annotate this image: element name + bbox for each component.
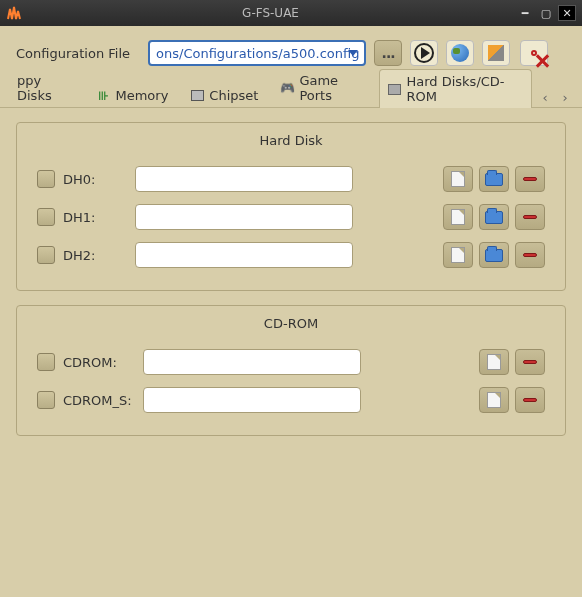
cdrom-s-checkbox[interactable] xyxy=(37,391,55,409)
gamepad-icon: 🎮 xyxy=(280,81,294,95)
hard-disk-section: Hard Disk DH0: DH1: xyxy=(16,122,566,291)
web-button[interactable] xyxy=(446,40,474,66)
file-icon xyxy=(487,392,501,408)
dh1-remove-button[interactable] xyxy=(515,204,545,230)
memory-icon: ⊪ xyxy=(96,89,110,103)
file-icon xyxy=(487,354,501,370)
dh2-remove-button[interactable] xyxy=(515,242,545,268)
browse-button[interactable]: ... xyxy=(374,40,402,66)
tab-game-ports[interactable]: 🎮Game Ports xyxy=(271,68,375,107)
hard-disk-title: Hard Disk xyxy=(17,133,565,148)
dh0-remove-button[interactable] xyxy=(515,166,545,192)
cdrom-remove-button[interactable] xyxy=(515,349,545,375)
delete-config-button[interactable] xyxy=(520,40,548,66)
dh0-folder-button[interactable] xyxy=(479,166,509,192)
cdrom-input[interactable] xyxy=(143,349,361,375)
dh0-checkbox[interactable] xyxy=(37,170,55,188)
cdrom-s-row: CDROM_S: xyxy=(17,381,565,419)
cdrom-checkbox[interactable] xyxy=(37,353,55,371)
minus-icon xyxy=(523,398,537,402)
cdrom-s-remove-button[interactable] xyxy=(515,387,545,413)
chipset-icon xyxy=(190,89,204,103)
tools-button[interactable] xyxy=(482,40,510,66)
dh0-file-button[interactable] xyxy=(443,166,473,192)
dh0-input[interactable] xyxy=(135,166,353,192)
minus-icon xyxy=(523,177,537,181)
maximize-button[interactable]: ▢ xyxy=(537,5,555,21)
dh1-checkbox[interactable] xyxy=(37,208,55,226)
minus-icon xyxy=(523,215,537,219)
tab-floppy-disks[interactable]: ppy Disks xyxy=(8,68,83,107)
minus-icon xyxy=(523,253,537,257)
cdrom-section: CD-ROM CDROM: CDROM_S: xyxy=(16,305,566,436)
dh2-row: DH2: xyxy=(17,236,565,274)
cdrom-title: CD-ROM xyxy=(17,316,565,331)
tools-icon xyxy=(488,45,504,61)
tab-memory[interactable]: ⊪Memory xyxy=(87,83,177,107)
cdrom-file-button[interactable] xyxy=(479,349,509,375)
play-icon xyxy=(414,43,434,63)
file-icon xyxy=(451,247,465,263)
tab-chipset[interactable]: Chipset xyxy=(181,83,267,107)
dh0-row: DH0: xyxy=(17,160,565,198)
hard-disk-icon xyxy=(388,82,401,96)
tab-scroll-right[interactable]: › xyxy=(556,87,574,107)
file-icon xyxy=(451,209,465,225)
file-icon xyxy=(451,171,465,187)
cdrom-s-label: CDROM_S: xyxy=(63,393,135,408)
folder-icon xyxy=(485,211,503,224)
minimize-button[interactable]: ━ xyxy=(516,5,534,21)
folder-icon xyxy=(485,173,503,186)
dh1-input[interactable] xyxy=(135,204,353,230)
cdrom-row: CDROM: xyxy=(17,343,565,381)
cdrom-s-input[interactable] xyxy=(143,387,361,413)
dh2-file-button[interactable] xyxy=(443,242,473,268)
tab-hard-disks[interactable]: Hard Disks/CD-ROM xyxy=(379,69,532,108)
config-file-label: Configuration File xyxy=(16,46,130,61)
dh1-label: DH1: xyxy=(63,210,127,225)
titlebar: G-FS-UAE ━ ▢ ✕ xyxy=(0,0,582,26)
dh2-label: DH2: xyxy=(63,248,127,263)
tab-bar: ppy Disks ⊪Memory Chipset 🎮Game Ports Ha… xyxy=(0,78,582,108)
folder-icon xyxy=(485,249,503,262)
dh2-input[interactable] xyxy=(135,242,353,268)
dh0-label: DH0: xyxy=(63,172,127,187)
tab-scroll-left[interactable]: ‹ xyxy=(536,87,554,107)
ellipsis-icon: ... xyxy=(382,45,395,61)
dh2-folder-button[interactable] xyxy=(479,242,509,268)
config-file-select[interactable]: ons/Configurations/a500.config xyxy=(148,40,366,66)
app-logo-icon xyxy=(6,5,22,21)
window-title: G-FS-UAE xyxy=(28,6,513,20)
dh1-folder-button[interactable] xyxy=(479,204,509,230)
dh1-row: DH1: xyxy=(17,198,565,236)
minus-icon xyxy=(523,360,537,364)
close-window-button[interactable]: ✕ xyxy=(558,5,576,21)
x-icon xyxy=(531,50,537,56)
config-file-value: ons/Configurations/a500.config xyxy=(156,46,359,61)
dh1-file-button[interactable] xyxy=(443,204,473,230)
cdrom-s-file-button[interactable] xyxy=(479,387,509,413)
globe-icon xyxy=(451,44,469,62)
cdrom-label: CDROM: xyxy=(63,355,135,370)
run-button[interactable] xyxy=(410,40,438,66)
dh2-checkbox[interactable] xyxy=(37,246,55,264)
